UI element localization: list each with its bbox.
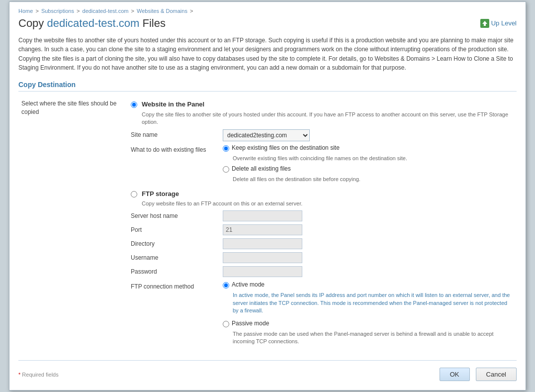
- username-label: Username: [131, 252, 223, 261]
- username-field: [223, 252, 302, 263]
- up-level-icon: [480, 19, 489, 28]
- breadcrumb-websites-domains[interactable]: Websites & Domains: [137, 8, 187, 14]
- ftp-connection-row: FTP connection method Active mode In act…: [131, 281, 514, 345]
- breadcrumb: Home > Subscriptions > dedicated-test.co…: [18, 8, 517, 14]
- page-title: Copy dedicated-test.com Files: [18, 17, 166, 30]
- site-name-field: dedicated2testing.com another-site.com: [223, 129, 310, 141]
- port-field: [223, 224, 302, 235]
- domain-name: dedicated-test.com: [47, 17, 139, 29]
- breadcrumb-domain[interactable]: dedicated-test.com: [83, 8, 129, 14]
- existing-files-row: What to do with existing files Keep exis…: [131, 144, 514, 184]
- select-label: Select where the site files should be co…: [18, 98, 128, 351]
- passive-mode-desc: The passive mode can be used when the Pa…: [233, 330, 514, 346]
- breadcrumb-subscriptions[interactable]: Subscriptions: [41, 8, 74, 14]
- passive-mode-row: Passive mode: [223, 320, 514, 327]
- port-label: Port: [131, 224, 223, 233]
- required-note: * Required fields: [18, 372, 59, 378]
- copy-destination-form: Select where the site files should be co…: [18, 98, 517, 351]
- website-in-panel-desc: Copy the site files to another site of y…: [142, 111, 514, 126]
- active-mode-desc: In active mode, the Panel sends its IP a…: [233, 292, 514, 314]
- breadcrumb-home[interactable]: Home: [18, 8, 33, 14]
- delete-all-row: Delete all existing files: [223, 165, 407, 173]
- directory-input[interactable]: [223, 238, 302, 249]
- username-row: Username: [131, 252, 514, 263]
- ftp-storage-option: FTP storage: [131, 190, 514, 197]
- port-row: Port: [131, 224, 514, 235]
- site-name-row: Site name dedicated2testing.com another-…: [131, 129, 514, 141]
- ok-button[interactable]: OK: [440, 368, 470, 381]
- delete-all-label[interactable]: Delete all existing files: [232, 165, 291, 172]
- keep-existing-label[interactable]: Keep existing files on the destination s…: [232, 144, 340, 151]
- password-input[interactable]: [223, 266, 302, 277]
- website-in-panel-radio[interactable]: [131, 101, 137, 108]
- existing-files-options: Keep existing files on the destination s…: [223, 144, 407, 184]
- password-label: Password: [131, 266, 223, 275]
- server-host-label: Server host name: [131, 210, 223, 219]
- server-host-row: Server host name: [131, 210, 514, 221]
- keep-existing-desc: Overwrite existing files with coinciding…: [233, 155, 407, 162]
- page-description: Copy the website files to another site o…: [18, 36, 517, 73]
- keep-existing-radio[interactable]: [223, 145, 229, 152]
- site-name-label: Site name: [131, 129, 223, 138]
- port-input[interactable]: [223, 224, 302, 235]
- active-mode-label[interactable]: Active mode: [232, 281, 265, 288]
- passive-mode-radio[interactable]: [223, 321, 229, 327]
- passive-mode-label[interactable]: Passive mode: [232, 320, 269, 327]
- website-in-panel-option: Website in the Panel: [131, 100, 514, 108]
- password-field: [223, 266, 302, 277]
- ftp-storage-radio[interactable]: [131, 191, 137, 197]
- up-level-button[interactable]: Up Level: [480, 19, 517, 28]
- footer-bar: * Required fields OK Cancel: [18, 360, 517, 381]
- ftp-storage-section: FTP storage Copy website files to an FTP…: [131, 190, 514, 345]
- directory-label: Directory: [131, 238, 223, 247]
- delete-all-radio[interactable]: [223, 166, 229, 173]
- ftp-connection-options: Active mode In active mode, the Panel se…: [223, 281, 514, 345]
- ftp-storage-label[interactable]: FTP storage: [142, 190, 179, 197]
- cancel-button[interactable]: Cancel: [476, 368, 517, 381]
- copy-destination-header: Copy Destination: [18, 81, 517, 92]
- up-level-label: Up Level: [491, 19, 517, 27]
- main-window: Home > Subscriptions > dedicated-test.co…: [9, 1, 526, 391]
- existing-files-label: What to do with existing files: [131, 144, 223, 153]
- directory-field: [223, 238, 302, 249]
- active-mode-radio[interactable]: [223, 282, 229, 289]
- directory-row: Directory: [131, 238, 514, 249]
- active-mode-row: Active mode: [223, 281, 514, 289]
- delete-all-desc: Delete all files on the destination site…: [233, 176, 407, 183]
- page-header: Copy dedicated-test.com Files Up Level: [18, 17, 517, 30]
- options-col: Website in the Panel Copy the site files…: [128, 98, 517, 351]
- keep-existing-row: Keep existing files on the destination s…: [223, 144, 407, 152]
- ftp-storage-desc: Copy website files to an FTP account on …: [142, 200, 514, 206]
- website-in-panel-label[interactable]: Website in the Panel: [142, 100, 204, 108]
- site-name-select[interactable]: dedicated2testing.com another-site.com: [223, 129, 310, 141]
- username-input[interactable]: [223, 252, 302, 263]
- password-row: Password: [131, 266, 514, 277]
- server-host-field: [223, 210, 302, 221]
- server-host-input[interactable]: [223, 210, 302, 221]
- ftp-connection-label: FTP connection method: [131, 281, 223, 290]
